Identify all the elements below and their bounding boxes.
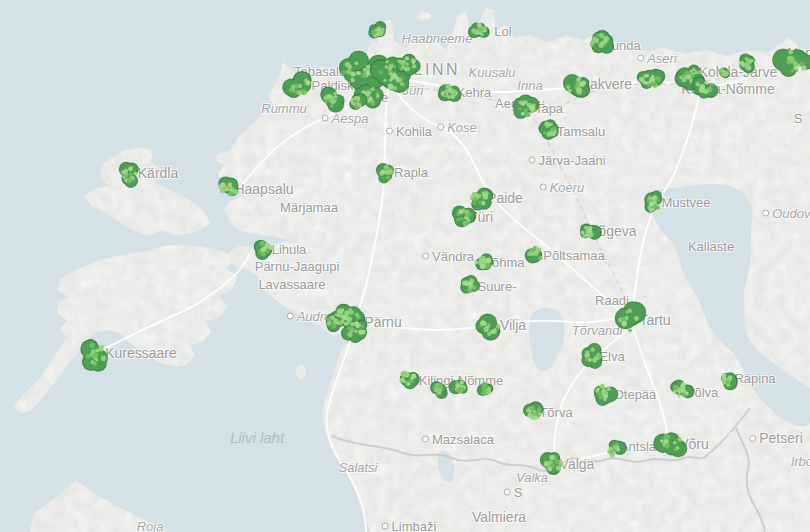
marker-cluster-mustvee[interactable] <box>644 191 662 213</box>
marker-cluster-jogeva[interactable] <box>580 224 602 240</box>
marker-cluster-vohma[interactable] <box>474 253 493 270</box>
cluster-marker-dot <box>402 379 406 383</box>
marker-cluster-lihula[interactable] <box>254 240 274 260</box>
cluster-marker-dot <box>481 258 486 263</box>
cluster-marker-dot <box>388 84 394 90</box>
cluster-marker-dot <box>533 416 538 421</box>
cluster-marker-dot <box>405 56 409 60</box>
cluster-marker-dot <box>91 349 96 354</box>
marker-cluster-voru[interactable] <box>653 432 687 457</box>
marker-cluster-viljandi[interactable] <box>475 314 500 341</box>
cluster-marker-dot <box>390 75 395 80</box>
marker-cluster-paide[interactable] <box>470 187 493 210</box>
marker-cluster-tartu[interactable] <box>615 301 646 332</box>
marker-cluster-kilingi[interactable] <box>449 380 468 395</box>
cluster-marker-dot <box>342 70 346 74</box>
cluster-marker-dot <box>592 358 597 363</box>
cluster-marker-dot <box>673 390 677 394</box>
marker-cluster-rapina[interactable] <box>721 372 738 390</box>
marker-cluster-elva[interactable] <box>581 343 602 369</box>
cluster-marker-dot <box>291 85 295 89</box>
cluster-marker-dot <box>647 83 651 87</box>
cluster-marker-dot <box>683 393 687 397</box>
cluster-marker-dot <box>220 182 226 188</box>
cluster-marker-dot <box>351 72 356 77</box>
marker-cluster-loksa[interactable] <box>468 23 490 38</box>
cluster-marker-dot <box>555 459 560 464</box>
cluster-marker-dot <box>480 33 484 37</box>
cluster-marker-dot <box>600 41 604 45</box>
cluster-marker-dot <box>598 354 602 358</box>
cluster-marker-dot <box>533 251 538 256</box>
marker-cluster-toila[interactable] <box>719 68 730 79</box>
marker-cluster-kehra[interactable] <box>438 84 462 102</box>
marker-cluster-kardla[interactable] <box>119 162 139 188</box>
map-viewport[interactable]: HaabneemeLolKuusaluTALLINNTabasaluPaldis… <box>0 0 810 532</box>
marker-cluster-tapa[interactable] <box>513 95 540 119</box>
marker-cluster-kilingi-west[interactable] <box>400 371 420 390</box>
cluster-marker-dot <box>393 86 397 90</box>
cluster-marker-dot <box>597 387 600 390</box>
marker-cluster-polva[interactable] <box>670 380 694 399</box>
cluster-marker-dot <box>326 99 329 102</box>
cluster-marker-dot <box>694 70 698 74</box>
marker-cluster-suure-jaani[interactable] <box>460 275 480 294</box>
cluster-marker-dot <box>549 455 554 460</box>
cluster-marker-dot <box>269 245 274 250</box>
cluster-marker-dot <box>518 107 521 110</box>
marker-cluster-haapsalu[interactable] <box>218 176 238 196</box>
cluster-marker-dot <box>480 264 485 269</box>
cluster-marker-dot <box>446 84 451 89</box>
cluster-marker-dot <box>362 73 367 78</box>
marker-cluster-saue[interactable] <box>349 93 367 110</box>
marker-cluster-narva[interactable] <box>772 49 810 77</box>
marker-cluster-keila[interactable] <box>321 87 345 113</box>
cluster-marker-dot <box>649 208 654 213</box>
cluster-marker-dot <box>586 233 589 236</box>
cluster-marker-dot <box>480 320 485 325</box>
marker-cluster-tamsalu[interactable] <box>538 119 558 140</box>
marker-cluster-kohtla-nomme[interactable] <box>692 77 718 99</box>
cluster-marker-dot <box>457 388 462 393</box>
cluster-marker-dot <box>625 316 629 320</box>
marker-cluster-otepaa[interactable] <box>594 384 618 406</box>
cluster-marker-dot <box>543 131 546 134</box>
cluster-marker-dot <box>698 71 701 74</box>
marker-cluster-poltsamaa[interactable] <box>525 245 543 263</box>
cluster-marker-dot <box>412 374 417 379</box>
cluster-marker-dot <box>614 442 618 446</box>
cluster-marker-dot <box>674 448 678 452</box>
cluster-marker-dot <box>298 91 302 95</box>
cluster-marker-dot <box>549 122 553 126</box>
cluster-marker-dot <box>99 345 104 350</box>
cluster-marker-dot <box>387 170 392 175</box>
marker-cluster-turi[interactable] <box>452 206 477 228</box>
cluster-marker-dot <box>746 65 752 71</box>
cluster-marker-dot <box>726 380 730 384</box>
marker-cluster-valga[interactable] <box>540 452 564 475</box>
cluster-marker-dot <box>378 31 384 37</box>
cluster-marker-dot <box>487 259 492 264</box>
marker-cluster-rapla[interactable] <box>376 163 394 183</box>
cluster-marker-dot <box>696 82 700 86</box>
marker-cluster-kilingi-east[interactable] <box>477 382 493 396</box>
marker-cluster-vinni[interactable] <box>637 69 666 89</box>
marker-cluster-viimsi[interactable] <box>368 21 386 38</box>
cluster-marker-dot <box>526 409 530 413</box>
cluster-marker-dot <box>622 321 627 326</box>
cluster-marker-dot <box>383 79 386 82</box>
cluster-marker-dot <box>127 178 133 184</box>
cluster-marker-dot <box>568 89 572 93</box>
marker-cluster-rakvere[interactable] <box>563 74 590 98</box>
marker-cluster-torva[interactable] <box>523 401 544 420</box>
cluster-marker-dot <box>334 320 338 324</box>
cluster-marker-dot <box>355 313 359 317</box>
marker-cluster-antsla[interactable] <box>607 440 627 458</box>
marker-cluster-kuressaare[interactable] <box>80 339 108 372</box>
cluster-marker-dot <box>358 103 362 107</box>
marker-cluster-paldiski[interactable] <box>282 71 311 98</box>
marker-cluster-sillamae[interactable] <box>739 53 756 73</box>
marker-cluster-kunda[interactable] <box>590 30 614 54</box>
marker-cluster-kilingi-south[interactable] <box>430 381 448 399</box>
cluster-marker-dot <box>482 387 485 390</box>
